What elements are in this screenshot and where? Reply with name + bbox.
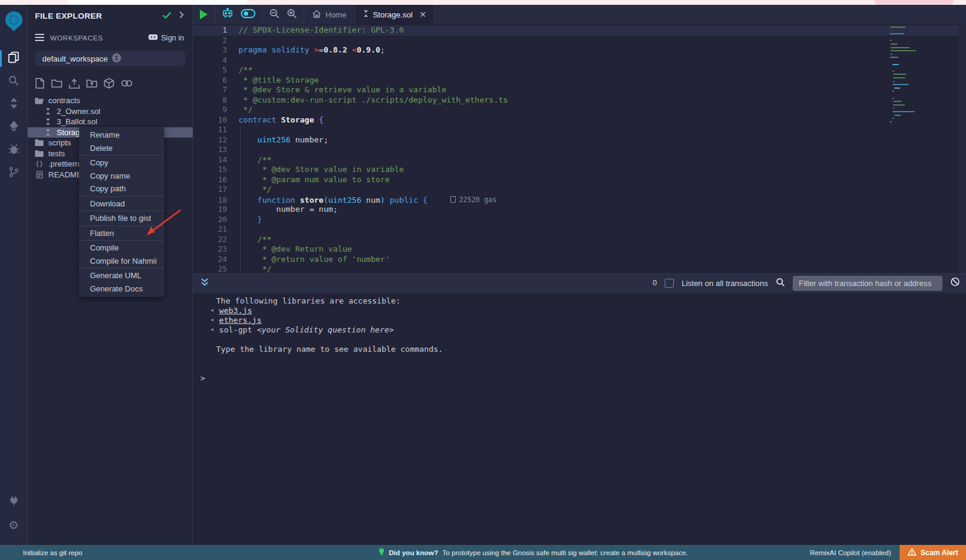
line-number[interactable]: 8 — [193, 95, 227, 106]
code-text: contract Storage { — [238, 115, 324, 126]
sidebar-item-deploy-and-run[interactable] — [0, 116, 28, 139]
workspace-select[interactable]: default_workspace — [35, 51, 185, 66]
terminal-blank-line — [193, 335, 966, 345]
code-line-3: 3pragma solidity >=0.8.2 <0.9.0; — [193, 45, 966, 56]
copilot-status[interactable]: RemixAI Copilot (enabled) — [810, 549, 891, 556]
upload-folder-icon[interactable] — [86, 78, 97, 88]
editor-scrollbar[interactable] — [959, 24, 966, 273]
sidebar-item-settings[interactable]: ⚙ — [0, 514, 28, 536]
transaction-filter-input[interactable] — [793, 276, 942, 291]
hamburger-menu-icon[interactable] — [35, 33, 44, 43]
line-number[interactable]: 7 — [193, 85, 227, 95]
chevron-double-down-icon[interactable] — [200, 278, 209, 289]
code-line-7: 7 * @dev Store & retrieve value in a var… — [193, 85, 966, 95]
menu-item-compile-for-nahmii[interactable]: Compile for Nahmii — [79, 255, 164, 268]
line-number[interactable]: 12 — [193, 135, 227, 145]
code-line-1: 1// SPDX-License-Identifier: GPL-3.0 — [193, 25, 966, 36]
minimap-line — [892, 111, 915, 112]
code-line-19: 19 number = num; — [193, 205, 966, 215]
init-git-repo-button[interactable]: Initialize as git repo — [23, 549, 82, 556]
plug-icon — [8, 495, 19, 509]
line-number[interactable]: 14 — [193, 155, 227, 165]
line-number[interactable]: 6 — [193, 75, 227, 86]
line-number[interactable]: 23 — [193, 244, 227, 255]
new-file-icon[interactable] — [35, 78, 45, 89]
menu-item-download[interactable]: Download — [79, 197, 164, 211]
sidebar-item-plugin-manager[interactable] — [0, 491, 28, 514]
sidebar-item-debugger[interactable] — [0, 139, 28, 162]
menu-item-generate-docs[interactable]: Generate Docs — [79, 282, 164, 296]
tab-storage-sol[interactable]: Storage.sol ✕ — [355, 5, 435, 24]
code-text: * @custom:dev-run-script ./scripts/deplo… — [238, 95, 508, 106]
ai-copilot-toggle-on[interactable] — [241, 9, 255, 21]
upload-file-icon[interactable] — [69, 78, 80, 89]
line-number[interactable]: 4 — [193, 56, 227, 66]
menu-divider — [79, 226, 164, 226]
menu-item-flatten[interactable]: Flatten — [79, 227, 164, 240]
listen-label: Listen on all transactions — [682, 279, 768, 288]
line-number[interactable]: 20 — [193, 215, 227, 225]
line-number[interactable]: 22 — [193, 235, 227, 245]
zoom-in-icon[interactable] — [287, 8, 297, 21]
tree-item-contracts[interactable]: contracts — [28, 95, 193, 106]
line-number[interactable]: 5 — [193, 65, 227, 75]
menu-divider — [79, 196, 164, 197]
line-number[interactable]: 9 — [193, 105, 227, 115]
line-number[interactable]: 24 — [193, 255, 227, 265]
line-number[interactable]: 2 — [193, 36, 227, 46]
ban-circle-icon[interactable] — [950, 277, 960, 289]
code-line-14: 14 /** — [193, 155, 966, 165]
listen-all-transactions-checkbox[interactable] — [665, 279, 674, 288]
menu-item-copy-name[interactable]: Copy name — [79, 170, 164, 183]
terminal-line: •ethers.js — [193, 316, 966, 325]
menu-item-generate-uml[interactable]: Generate UML — [79, 269, 164, 282]
sidebar-item-file-explorer[interactable] — [0, 47, 28, 70]
line-number[interactable]: 21 — [193, 224, 227, 235]
minimap-line — [892, 91, 894, 92]
sign-in-button[interactable]: Sign in — [149, 34, 184, 42]
new-folder-icon[interactable] — [51, 78, 62, 88]
sidebar-item-solidity-compiler[interactable] — [0, 93, 28, 116]
terminal-link-web3-js[interactable]: web3.js — [219, 306, 252, 315]
line-number[interactable]: 19 — [193, 205, 227, 215]
menu-item-rename[interactable]: Rename — [79, 129, 164, 142]
line-number[interactable]: 11 — [193, 125, 227, 135]
line-number[interactable]: 1 — [193, 25, 227, 36]
menu-item-copy[interactable]: Copy — [79, 156, 164, 170]
tree-item-3-ballot-sol[interactable]: 3_Ballot.sol — [28, 116, 193, 127]
sidebar-item-git[interactable] — [0, 162, 28, 185]
code-text: } — [238, 215, 262, 225]
expand-panel-chevron-icon[interactable] — [179, 10, 184, 21]
menu-item-publish-file-to-gist[interactable]: Publish file to gist — [79, 212, 164, 225]
solidity-compiler-icon — [8, 98, 19, 111]
ai-robot-icon[interactable] — [222, 8, 234, 21]
scam-alert-button[interactable]: Scam Alert — [900, 545, 966, 560]
code-editor[interactable]: 1// SPDX-License-Identifier: GPL-3.023pr… — [193, 24, 966, 273]
link-icon[interactable] — [121, 79, 133, 88]
tree-item-2-owner-sol[interactable]: 2_Owner.sol — [28, 106, 193, 117]
publish-to-ipfs-cube-icon[interactable] — [104, 78, 114, 89]
run-script-play-button[interactable] — [200, 10, 208, 19]
menu-item-compile[interactable]: Compile — [79, 241, 164, 255]
line-number[interactable]: 15 — [193, 165, 227, 175]
line-number[interactable]: 17 — [193, 185, 227, 195]
zoom-out-icon[interactable] — [269, 8, 280, 21]
terminal-prompt[interactable]: > — [193, 374, 966, 383]
minimap-line — [890, 40, 892, 41]
terminal-link-ethers-js[interactable]: ethers.js — [219, 316, 261, 325]
line-number[interactable]: 25 — [193, 264, 227, 273]
line-number[interactable]: 16 — [193, 175, 227, 185]
line-number[interactable]: 10 — [193, 115, 227, 126]
line-number[interactable]: 13 — [193, 145, 227, 155]
remix-logo-icon[interactable] — [3, 11, 25, 36]
terminal-output[interactable]: The following libraries are accessible:•… — [193, 293, 966, 546]
minimap[interactable] — [890, 27, 917, 273]
search-transactions-icon[interactable] — [776, 278, 785, 289]
tab-home[interactable]: Home — [304, 5, 355, 24]
line-number[interactable]: 3 — [193, 45, 227, 56]
sidebar-item-search[interactable] — [0, 70, 28, 93]
menu-item-delete[interactable]: Delete — [79, 142, 164, 155]
code-text: uint256 number; — [238, 135, 328, 145]
close-tab-icon[interactable]: ✕ — [419, 10, 426, 19]
menu-item-copy-path[interactable]: Copy path — [79, 182, 164, 196]
